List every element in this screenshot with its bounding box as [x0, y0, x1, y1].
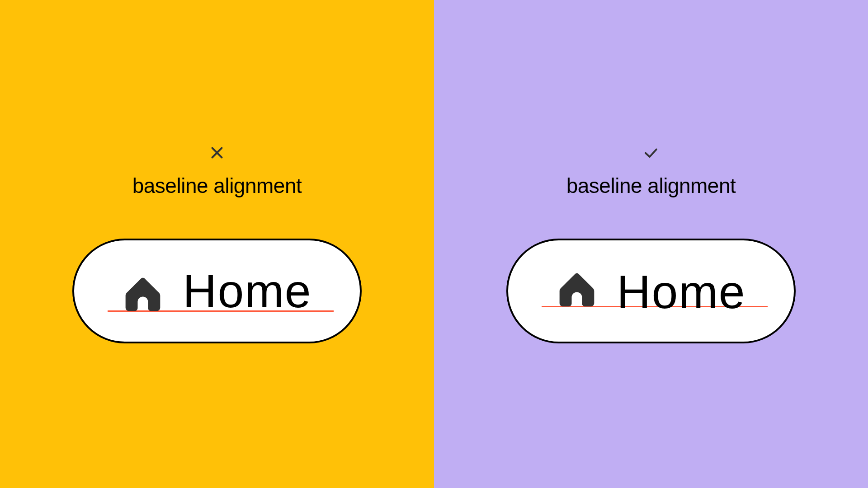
correct-example-panel: baseline alignment Home — [434, 0, 868, 488]
home-button-label: Home — [183, 267, 311, 314]
incorrect-caption: baseline alignment — [132, 174, 302, 198]
home-icon — [556, 268, 598, 310]
cross-icon — [209, 145, 225, 161]
incorrect-example-panel: baseline alignment Home — [0, 0, 434, 488]
home-button-incorrect[interactable]: Home — [72, 239, 362, 343]
home-button-correct[interactable]: Home — [506, 239, 796, 343]
check-icon — [643, 145, 659, 161]
home-icon — [122, 273, 164, 314]
correct-caption: baseline alignment — [566, 174, 736, 198]
home-button-label: Home — [617, 268, 745, 315]
